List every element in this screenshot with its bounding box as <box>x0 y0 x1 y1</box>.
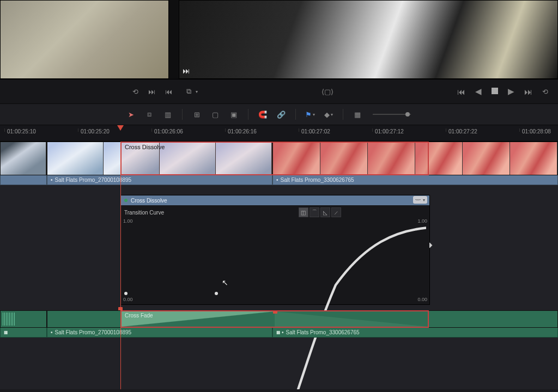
program-transport: ⧉ ▾ ⟨▢⟩ ⏮ ◀ ▶ ⏭ ⟲ <box>179 79 558 103</box>
curve-mode-ease[interactable]: ⌒ <box>310 207 319 217</box>
dot-icon: • <box>276 177 278 183</box>
audio-transition-label: Cross Fade <box>125 313 153 318</box>
dot-icon: • <box>282 329 284 335</box>
program-monitor[interactable]: ⏭ <box>179 0 558 79</box>
clip-name: Salt Flats Promo_3300626765 <box>281 177 354 183</box>
selection-tool-icon[interactable]: ➤ <box>125 110 136 119</box>
goto-end-icon[interactable]: ⏭ <box>183 66 190 75</box>
curve-min-right: 0.00 <box>417 297 427 302</box>
view-options-icon[interactable]: ▦ <box>352 110 363 119</box>
ruler-tick: 01:00:28:08 <box>519 128 551 132</box>
loop-playback-icon[interactable]: ⟲ <box>542 88 548 96</box>
monitor-mode-icon[interactable]: ⟨▢⟩ <box>322 88 333 96</box>
overwrite-icon[interactable]: ▢ <box>210 110 221 119</box>
audio-transition[interactable]: Cross Fade <box>120 310 429 328</box>
curve-plot[interactable] <box>124 225 426 389</box>
ruler-tick: 01:00:27:12 <box>372 128 404 132</box>
audio-clip[interactable] <box>0 310 47 328</box>
crop-menu-caret[interactable]: ▾ <box>196 89 198 94</box>
go-start-icon[interactable]: ⏮ <box>457 87 465 96</box>
range-marker-icon[interactable] <box>273 310 277 314</box>
audio-clip-name-bar: ▮▮ • Salt Flats Promo_3300626765 <box>272 328 558 338</box>
clip-thumbnail <box>47 142 104 175</box>
source-transport: ⟲ ⏭ ⏮ <box>0 79 179 103</box>
curve-mode-easein[interactable]: ◺ <box>320 207 330 217</box>
video-track-1[interactable]: Cross Dissolve • Salt Flats Promo_270001… <box>0 142 558 185</box>
loop-icon[interactable]: ⟲ <box>132 88 138 96</box>
curve-mode-linear[interactable]: ◫ <box>299 207 308 217</box>
video-transition[interactable]: Cross Dissolve <box>120 142 429 175</box>
audio-clip-name-bar: • Salt Flats Promo_27000108895 <box>47 328 272 338</box>
transition-curve-panel: Cross Dissolve 〰▾ Transition Curve ◫ ⌒ ◺… <box>120 195 430 305</box>
curve-bezier-handle[interactable] <box>215 292 218 295</box>
transport-row: ⟲ ⏭ ⏮ ⧉ ▾ ⟨▢⟩ ⏮ ◀ ▶ ⏭ ⟲ <box>0 79 558 103</box>
curve-min-left: 0.00 <box>123 297 133 302</box>
channel-icon: ▮▮ <box>276 330 280 335</box>
transition-label: Cross Dissolve <box>125 144 165 150</box>
stop-icon[interactable] <box>492 88 498 95</box>
play-icon[interactable]: ▶ <box>508 87 514 96</box>
video-clip[interactable] <box>0 142 47 175</box>
channel-icon: ▮▮ <box>4 330 7 335</box>
trim-tool-icon[interactable]: ⧈ <box>144 110 155 119</box>
cursor-icon: ↖ <box>222 278 228 287</box>
active-indicator-icon <box>124 199 128 202</box>
link-icon[interactable]: 🔗 <box>276 110 287 119</box>
curve-editor[interactable]: Transition Curve ◫ ⌒ ◺ ⟋ 1.00 1.00 ↖ 0.0… <box>121 205 429 304</box>
curve-panel-header[interactable]: Cross Dissolve 〰▾ <box>121 195 429 205</box>
curve-max-right: 1.00 <box>417 218 427 224</box>
next-frame-icon[interactable]: ⏭ <box>148 88 155 96</box>
separator <box>248 109 248 120</box>
playhead-line <box>120 142 121 389</box>
ruler-tick: 01:00:26:16 <box>225 128 257 132</box>
prev-frame-icon[interactable]: ⏮ <box>165 88 172 96</box>
snap-icon[interactable]: 🧲 <box>257 110 268 119</box>
ruler-tick: 01:00:27:22 <box>446 128 477 132</box>
separator <box>295 109 296 120</box>
ruler-tick: 01:00:27:02 <box>299 128 330 132</box>
waveform <box>3 313 16 326</box>
curve-mode-easeout[interactable]: ⟋ <box>331 207 341 217</box>
source-monitor[interactable] <box>0 0 169 79</box>
collapse-curve-button[interactable]: 〰▾ <box>413 196 427 204</box>
ruler-tick: 01:00:25:20 <box>78 128 110 132</box>
clip-name-bar: • Salt Flats Promo_3300626765 <box>272 175 558 185</box>
playhead-handle[interactable] <box>117 125 124 132</box>
flag-icon[interactable]: ⚑▾ <box>305 110 316 119</box>
curve-title: Transition Curve <box>124 210 164 216</box>
play-reverse-icon[interactable]: ◀ <box>475 87 482 96</box>
clip-thumbnail <box>463 142 510 175</box>
go-end-icon[interactable]: ⏭ <box>524 87 532 96</box>
dot-icon: • <box>51 177 53 183</box>
edit-toolbar: ➤ ⧈ ▥ ⊞ ▢ ▣ 🧲 🔗 ⚑▾ ◆▾ ▦ <box>0 103 558 125</box>
audio-clip-name-bar: ▮▮ <box>0 328 47 338</box>
timeline[interactable]: Cross Dissolve • Salt Flats Promo_270001… <box>0 142 558 389</box>
clip-thumbnail <box>1 142 46 175</box>
blade-tool-icon[interactable]: ▥ <box>162 110 173 119</box>
preview-row: ⏭ <box>0 0 558 79</box>
ruler-tick: 01:00:25:10 <box>4 128 36 132</box>
dot-icon: • <box>51 329 53 335</box>
separator <box>343 109 343 120</box>
crop-icon[interactable]: ⧉ <box>186 87 191 96</box>
insert-icon[interactable]: ⊞ <box>191 110 202 119</box>
marker-icon[interactable]: ◆▾ <box>323 110 334 119</box>
audio-clip-name: Salt Flats Promo_3300626765 <box>286 329 360 335</box>
audio-track-1[interactable]: Cross Fade ▮▮ • Salt Flats Promo_2700010… <box>0 310 558 341</box>
ruler-tick: 01:00:26:06 <box>151 128 183 132</box>
curve-header-title: Cross Dissolve <box>131 198 167 204</box>
crossfade-shape <box>275 311 428 327</box>
clip-name-bar: • Salt Flats Promo_27000108895 <box>47 175 272 185</box>
zoom-slider[interactable] <box>373 114 411 115</box>
separator <box>182 109 183 120</box>
curve-keyframe-start[interactable] <box>124 292 128 295</box>
clip-name-bar <box>0 175 47 185</box>
clip-thumbnail <box>510 142 557 175</box>
curve-max-left: 1.00 <box>123 218 133 224</box>
timeline-ruler[interactable]: 01:00:25:10 01:00:25:20 01:00:26:06 01:0… <box>0 125 558 142</box>
replace-icon[interactable]: ▣ <box>228 110 239 119</box>
